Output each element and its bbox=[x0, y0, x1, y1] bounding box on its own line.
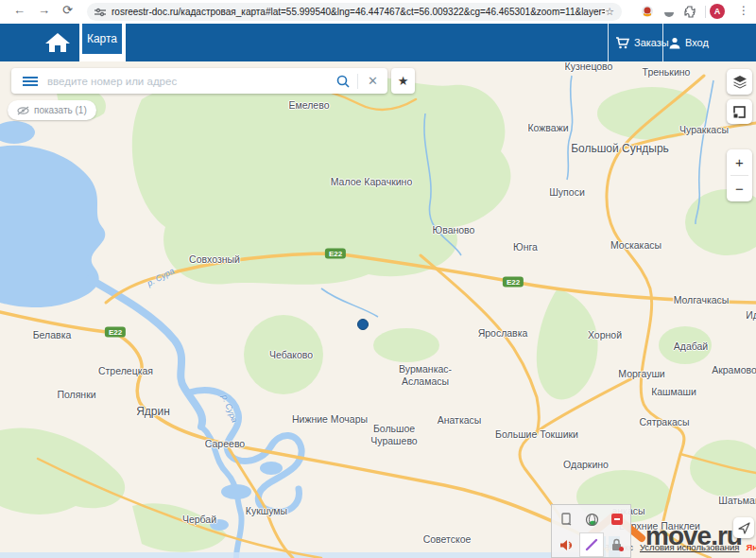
divider bbox=[608, 24, 609, 61]
profile-avatar[interactable]: A bbox=[710, 4, 725, 19]
tab-map[interactable]: Карта bbox=[82, 24, 122, 54]
shot-pen-button[interactable] bbox=[579, 532, 604, 557]
forest-areas bbox=[0, 74, 756, 552]
cart-icon bbox=[615, 37, 629, 49]
search-bar: ✕ bbox=[11, 68, 387, 94]
lock-icon bbox=[610, 538, 624, 551]
search-input[interactable] bbox=[47, 76, 329, 87]
record-icon bbox=[610, 513, 624, 526]
shot-lock-button[interactable] bbox=[605, 532, 629, 557]
extensions-puzzle-icon[interactable] bbox=[683, 5, 696, 18]
url-text: rosreestr-doc.ru/кадастровая_карта#lat=5… bbox=[112, 7, 605, 17]
show-results-label: показать (1) bbox=[34, 105, 87, 115]
road-badge: E22 bbox=[503, 277, 524, 288]
favorites-button[interactable]: ★ bbox=[391, 68, 415, 94]
extension-icon[interactable] bbox=[662, 5, 676, 18]
divider bbox=[705, 6, 706, 18]
area-select-icon bbox=[732, 105, 747, 119]
divider bbox=[357, 74, 358, 89]
layers-icon bbox=[732, 75, 747, 90]
shot-record-button[interactable] bbox=[605, 507, 629, 532]
terms-link[interactable]: Условия использования bbox=[640, 542, 739, 552]
road-badge: E22 bbox=[105, 327, 126, 338]
star-icon: ★ bbox=[398, 74, 409, 88]
show-results-button[interactable]: показать (1) bbox=[8, 100, 96, 120]
orders-button[interactable]: Заказы bbox=[615, 24, 669, 61]
tab-container: Карта bbox=[79, 24, 126, 61]
login-button[interactable]: Вход bbox=[669, 24, 709, 61]
screenshot-tool-panel bbox=[551, 504, 631, 558]
bookmark-star-icon[interactable]: ☆ bbox=[605, 6, 614, 18]
shot-print-button[interactable] bbox=[554, 507, 578, 532]
yandex-logo[interactable]: Яндекс bbox=[746, 542, 756, 552]
pen-icon bbox=[585, 538, 598, 551]
globe-icon bbox=[585, 513, 599, 527]
login-label: Вход bbox=[685, 37, 709, 48]
zoom-out-button[interactable]: − bbox=[727, 176, 752, 201]
address-bar[interactable]: rosreestr-doc.ru/кадастровая_карта#lat=5… bbox=[87, 3, 622, 21]
user-icon bbox=[669, 37, 680, 49]
locate-button[interactable] bbox=[733, 517, 754, 538]
eye-icon bbox=[17, 106, 29, 115]
clear-search-icon[interactable]: ✕ bbox=[368, 74, 378, 88]
shot-sound-button[interactable] bbox=[554, 532, 578, 557]
orders-label: Заказы bbox=[634, 37, 669, 48]
map-canvas[interactable]: КузнецовоТренькиноЕмелевоКожважиЧураккас… bbox=[0, 61, 756, 558]
extension-icon[interactable] bbox=[641, 5, 654, 18]
search-icon[interactable] bbox=[336, 75, 350, 88]
document-icon bbox=[560, 513, 573, 526]
area-select-button[interactable] bbox=[727, 99, 752, 124]
site-info-icon[interactable] bbox=[94, 8, 106, 17]
site-header: Карта Заказы Вход bbox=[0, 24, 756, 61]
forward-icon[interactable]: → bbox=[38, 3, 50, 17]
road-badge: E22 bbox=[325, 249, 346, 259]
zoom-in-button[interactable]: + bbox=[727, 149, 752, 175]
back-icon[interactable]: ← bbox=[13, 3, 26, 17]
home-icon[interactable] bbox=[43, 31, 72, 54]
map-tiles bbox=[0, 61, 756, 558]
shot-upload-button[interactable] bbox=[579, 507, 604, 532]
menu-icon[interactable] bbox=[23, 76, 38, 87]
reload-icon[interactable]: ⟳ bbox=[62, 3, 73, 17]
zoom-controls: + − bbox=[727, 149, 752, 201]
layers-button[interactable] bbox=[727, 69, 752, 95]
send-arrow-icon bbox=[738, 522, 750, 534]
map-point-marker[interactable] bbox=[357, 319, 369, 330]
browser-menu-icon[interactable]: ⋮ bbox=[738, 4, 749, 17]
speaker-icon bbox=[559, 539, 574, 551]
browser-bar: ← → ⟳ rosreestr-doc.ru/кадастровая_карта… bbox=[0, 0, 756, 24]
